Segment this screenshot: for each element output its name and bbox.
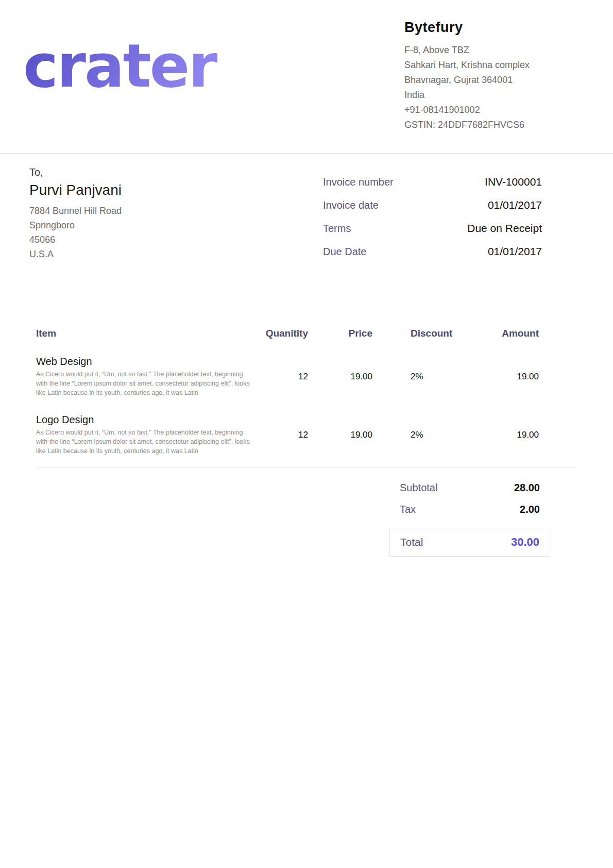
- terms-value: Due on Receipt: [467, 222, 542, 235]
- subtotal-value: 28.00: [514, 482, 540, 494]
- totals-block: Subtotal 28.00 Tax 2.00 Total 30.00: [389, 482, 550, 557]
- due-date-label: Due Date: [323, 246, 367, 258]
- company-address-line: F-8, Above TBZ: [404, 43, 577, 58]
- brand-logo: crater: [23, 35, 260, 102]
- invoice-meta-block: Invoice number INV-100001 Invoice date 0…: [323, 176, 542, 269]
- company-address-line: India: [404, 88, 577, 103]
- item-price: 19.00: [308, 430, 372, 440]
- brand-logo-svg: crater: [23, 35, 260, 99]
- due-date-row: Due Date 01/01/2017: [323, 245, 542, 258]
- bill-to-label: To,: [29, 164, 122, 180]
- customer-address-line: Springboro: [29, 218, 122, 232]
- item-cell: Logo Design As Cicero would put it, “Um,…: [36, 414, 259, 456]
- subtotal-row: Subtotal 28.00: [389, 482, 550, 494]
- customer-address-line: 7884 Bunnel Hill Road: [29, 204, 122, 218]
- total-value: 30.00: [511, 536, 539, 549]
- items-table-header: Item Quanitity Price Discount Amount: [36, 328, 539, 339]
- items-divider: [36, 467, 577, 468]
- company-address-line: Sahkari Hart, Krishna complex: [404, 58, 577, 73]
- company-address-line: Bhavnagar, Gujrat 364001: [404, 73, 577, 88]
- company-gstin: GSTIN: 24DDF7682FHVCS6: [404, 118, 577, 132]
- company-phone: +91-08141901002: [404, 103, 577, 118]
- invoice-header: crater Bytefury F-8, Above TBZ Sahkari H…: [0, 0, 613, 154]
- column-header-discount: Discount: [372, 328, 470, 339]
- company-info: Bytefury F-8, Above TBZ Sahkari Hart, Kr…: [404, 20, 577, 132]
- tax-row: Tax 2.00: [389, 504, 550, 515]
- tax-label: Tax: [400, 504, 416, 515]
- item-cell: Web Design As Cicero would put it, “Um, …: [36, 356, 259, 397]
- column-header-item: Item: [36, 328, 259, 339]
- invoice-date-row: Invoice date 01/01/2017: [323, 199, 542, 211]
- item-quantity: 12: [259, 372, 308, 382]
- due-date-value: 01/01/2017: [488, 245, 542, 258]
- item-quantity: 12: [259, 430, 308, 440]
- item-description: As Cicero would put it, “Um, not so fast…: [36, 370, 252, 397]
- invoice-number-row: Invoice number INV-100001: [323, 176, 542, 188]
- customer-address-line: 45066: [29, 232, 122, 247]
- brand-logo-text: crater: [23, 35, 217, 99]
- column-header-quantity: Quanitity: [259, 328, 308, 339]
- item-description: As Cicero would put it, “Um, not so fast…: [36, 428, 252, 456]
- total-label: Total: [400, 536, 423, 548]
- terms-row: Terms Due on Receipt: [323, 222, 542, 235]
- item-name: Web Design: [36, 356, 259, 368]
- tax-value: 2.00: [520, 504, 540, 515]
- invoice-number-label: Invoice number: [323, 176, 394, 188]
- bill-to-block: To, Purvi Panjvani 7884 Bunnel Hill Road…: [29, 164, 122, 269]
- item-name: Logo Design: [36, 414, 259, 426]
- items-table: Item Quanitity Price Discount Amount Web…: [0, 328, 613, 456]
- item-amount: 19.00: [470, 430, 539, 440]
- parties-section: To, Purvi Panjvani 7884 Bunnel Hill Road…: [0, 154, 613, 269]
- item-price: 19.00: [308, 372, 372, 382]
- item-amount: 19.00: [470, 372, 539, 382]
- subtotal-label: Subtotal: [400, 482, 437, 494]
- column-header-amount: Amount: [470, 328, 539, 339]
- item-discount: 2%: [372, 372, 470, 382]
- column-header-price: Price: [308, 328, 372, 339]
- customer-name: Purvi Panjvani: [29, 180, 122, 201]
- invoice-date-value: 01/01/2017: [488, 199, 542, 211]
- item-row: Logo Design As Cicero would put it, “Um,…: [36, 414, 539, 456]
- item-row: Web Design As Cicero would put it, “Um, …: [36, 356, 539, 397]
- total-box: Total 30.00: [389, 528, 550, 557]
- terms-label: Terms: [323, 223, 351, 235]
- invoice-number-value: INV-100001: [485, 176, 542, 188]
- invoice-date-label: Invoice date: [323, 199, 379, 211]
- item-discount: 2%: [372, 430, 470, 440]
- company-name: Bytefury: [404, 20, 577, 36]
- customer-address-line: U.S.A: [29, 247, 122, 261]
